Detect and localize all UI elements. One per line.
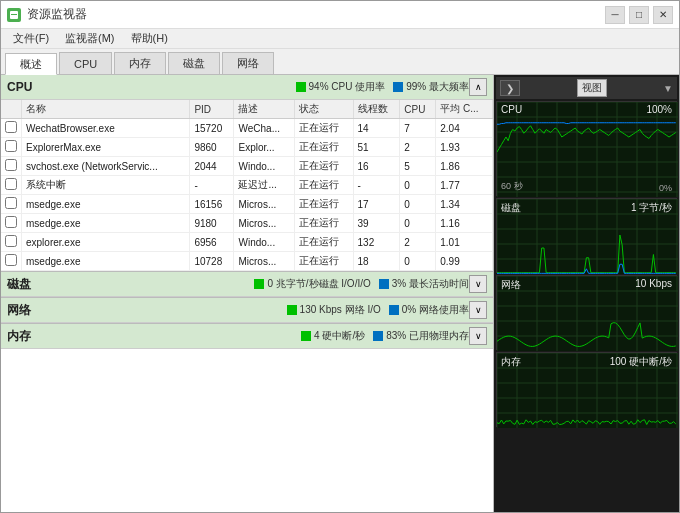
cell-pid: 9180 xyxy=(190,214,234,233)
cell-threads: 39 xyxy=(353,214,400,233)
network-section-header[interactable]: 网络 130 Kbps 网络 I/O 0% 网络使用率 ∨ xyxy=(1,297,493,323)
network-title: 网络 xyxy=(7,302,287,319)
window-title: 资源监视器 xyxy=(27,6,87,23)
cell-avg: 1.34 xyxy=(436,195,493,214)
col-avg[interactable]: 平均 C... xyxy=(436,100,493,119)
network-green-indicator xyxy=(287,305,297,315)
cell-desc: WeCha... xyxy=(234,119,294,138)
tab-overview[interactable]: 概述 xyxy=(5,53,57,75)
memory-graph: 内存 100 硬中断/秒 xyxy=(496,352,677,427)
disk-collapse-button[interactable]: ∨ xyxy=(469,275,487,293)
network-collapse-button[interactable]: ∨ xyxy=(469,301,487,319)
minimize-button[interactable]: ─ xyxy=(605,6,625,24)
main-window: 资源监视器 ─ □ ✕ 文件(F) 监视器(M) 帮助(H) 概述 CPU 内存… xyxy=(0,0,680,513)
cpu-stat-2-text: 99% 最大频率 xyxy=(406,80,469,94)
col-check xyxy=(1,100,22,119)
memory-green-indicator xyxy=(301,331,311,341)
cpu-section-header[interactable]: CPU 94% CPU 使用率 99% 最大频率 ∧ xyxy=(1,75,493,100)
network-stat-2: 0% 网络使用率 xyxy=(389,303,469,317)
table-row[interactable]: msedge.exe 16156 Micros... 正在运行 17 0 1.3… xyxy=(1,195,493,214)
cell-desc: Windo... xyxy=(234,233,294,252)
tab-disk[interactable]: 磁盘 xyxy=(168,52,220,74)
maximize-button[interactable]: □ xyxy=(629,6,649,24)
content-area: CPU 94% CPU 使用率 99% 最大频率 ∧ xyxy=(1,75,679,512)
row-checkbox[interactable] xyxy=(5,197,17,209)
col-status[interactable]: 状态 xyxy=(294,100,353,119)
memory-stat-1-text: 4 硬中断/秒 xyxy=(314,329,365,343)
col-cpu[interactable]: CPU xyxy=(400,100,436,119)
network-stat-2-text: 0% 网络使用率 xyxy=(402,303,469,317)
table-row[interactable]: ExplorerMax.exe 9860 Explor... 正在运行 51 2… xyxy=(1,138,493,157)
row-checkbox[interactable] xyxy=(5,235,17,247)
row-checkbox[interactable] xyxy=(5,178,17,190)
disk-section-header[interactable]: 磁盘 0 兆字节/秒磁盘 I/O/I/O 3% 最长活动时间 ∨ xyxy=(1,271,493,297)
cpu-stat-1: 94% CPU 使用率 xyxy=(296,80,386,94)
col-desc[interactable]: 描述 xyxy=(234,100,294,119)
row-checkbox[interactable] xyxy=(5,121,17,133)
col-threads[interactable]: 线程数 xyxy=(353,100,400,119)
table-row[interactable]: 系统中断 - 延迟过... 正在运行 - 0 1.77 xyxy=(1,176,493,195)
memory-graph-label: 内存 xyxy=(501,355,521,369)
cell-name: 系统中断 xyxy=(22,176,190,195)
cell-threads: 16 xyxy=(353,157,400,176)
menu-file[interactable]: 文件(F) xyxy=(5,29,57,48)
menu-help[interactable]: 帮助(H) xyxy=(123,29,176,48)
cell-status: 正在运行 xyxy=(294,195,353,214)
cell-status: 正在运行 xyxy=(294,252,353,271)
cell-pid: - xyxy=(190,176,234,195)
tab-cpu[interactable]: CPU xyxy=(59,52,112,74)
network-graph-value: 10 Kbps xyxy=(635,278,672,289)
cell-cpu: 0 xyxy=(400,176,436,195)
memory-stat-1: 4 硬中断/秒 xyxy=(301,329,365,343)
tab-network[interactable]: 网络 xyxy=(222,52,274,74)
table-row[interactable]: msedge.exe 10728 Micros... 正在运行 18 0 0.9… xyxy=(1,252,493,271)
cell-cpu: 0 xyxy=(400,214,436,233)
memory-stat-2-text: 83% 已用物理内存 xyxy=(386,329,469,343)
nav-tabs: 概述 CPU 内存 磁盘 网络 xyxy=(1,49,679,75)
cell-cpu: 2 xyxy=(400,138,436,157)
cell-status: 正在运行 xyxy=(294,214,353,233)
row-checkbox[interactable] xyxy=(5,254,17,266)
cell-name: msedge.exe xyxy=(22,214,190,233)
cell-status: 正在运行 xyxy=(294,138,353,157)
table-row[interactable]: WechatBrowser.exe 15720 WeCha... 正在运行 14… xyxy=(1,119,493,138)
cpu-graph-value: 100% xyxy=(646,104,672,115)
col-pid[interactable]: PID xyxy=(190,100,234,119)
close-button[interactable]: ✕ xyxy=(653,6,673,24)
col-name[interactable]: 名称 xyxy=(22,100,190,119)
right-panel: ❯ 视图 ▼ CPU 100% 60 秒 0% 磁盘 1 字节/秒 网 xyxy=(494,75,679,512)
memory-graph-value: 100 硬中断/秒 xyxy=(610,355,672,369)
cpu-canvas xyxy=(497,102,678,197)
memory-section-header[interactable]: 内存 4 硬中断/秒 83% 已用物理内存 ∨ xyxy=(1,323,493,349)
table-row[interactable]: explorer.exe 6956 Windo... 正在运行 132 2 1.… xyxy=(1,233,493,252)
memory-stats: 4 硬中断/秒 83% 已用物理内存 xyxy=(301,329,469,343)
row-checkbox[interactable] xyxy=(5,216,17,228)
table-header-row: 名称 PID 描述 状态 线程数 CPU 平均 C... xyxy=(1,100,493,119)
cell-name: msedge.exe xyxy=(22,195,190,214)
right-panel-header: ❯ 视图 ▼ xyxy=(496,77,677,99)
cell-pid: 9860 xyxy=(190,138,234,157)
table-row[interactable]: svchost.exe (NetworkServic... 2044 Windo… xyxy=(1,157,493,176)
cell-pid: 6956 xyxy=(190,233,234,252)
disk-stat-2-text: 3% 最长活动时间 xyxy=(392,277,469,291)
cell-avg: 1.93 xyxy=(436,138,493,157)
cell-cpu: 5 xyxy=(400,157,436,176)
cell-avg: 1.86 xyxy=(436,157,493,176)
cell-pid: 15720 xyxy=(190,119,234,138)
right-expand-button[interactable]: ❯ xyxy=(500,80,520,96)
cell-avg: 1.77 xyxy=(436,176,493,195)
memory-stat-2: 83% 已用物理内存 xyxy=(373,329,469,343)
view-button[interactable]: 视图 xyxy=(577,79,607,97)
row-checkbox[interactable] xyxy=(5,140,17,152)
table-row[interactable]: msedge.exe 9180 Micros... 正在运行 39 0 1.16 xyxy=(1,214,493,233)
network-stat-1-text: 130 Kbps 网络 I/O xyxy=(300,303,381,317)
disk-stats: 0 兆字节/秒磁盘 I/O/I/O 3% 最长活动时间 xyxy=(254,277,469,291)
cpu-collapse-button[interactable]: ∧ xyxy=(469,78,487,96)
menu-monitor[interactable]: 监视器(M) xyxy=(57,29,123,48)
cell-cpu: 2 xyxy=(400,233,436,252)
cell-threads: 17 xyxy=(353,195,400,214)
memory-collapse-button[interactable]: ∨ xyxy=(469,327,487,345)
tab-memory[interactable]: 内存 xyxy=(114,52,166,74)
cell-pid: 10728 xyxy=(190,252,234,271)
row-checkbox[interactable] xyxy=(5,159,17,171)
